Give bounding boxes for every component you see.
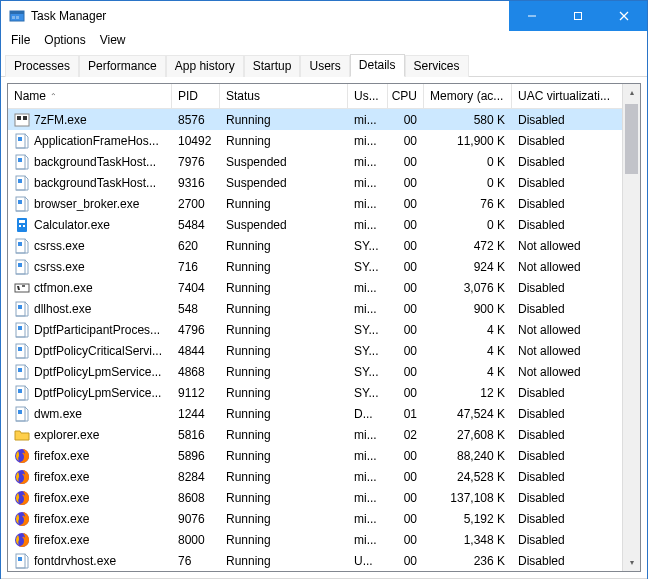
col-header-cpu[interactable]: CPU bbox=[388, 84, 424, 108]
menu-options[interactable]: Options bbox=[38, 31, 91, 49]
cell-pid: 548 bbox=[172, 298, 220, 319]
table-row[interactable]: backgroundTaskHost...7976Suspendedmi...0… bbox=[8, 151, 622, 172]
vertical-scrollbar[interactable]: ▴ ▾ bbox=[622, 84, 640, 571]
table-row[interactable]: DptfPolicyLpmService...9112RunningSY...0… bbox=[8, 382, 622, 403]
cell-cpu: 01 bbox=[388, 403, 424, 424]
menu-view[interactable]: View bbox=[94, 31, 132, 49]
cell-user: mi... bbox=[348, 172, 388, 193]
table-row[interactable]: firefox.exe8000Runningmi...001,348 KDisa… bbox=[8, 529, 622, 550]
table-row[interactable]: firefox.exe8284Runningmi...0024,528 KDis… bbox=[8, 466, 622, 487]
cell-status: Running bbox=[220, 361, 348, 382]
table-row[interactable]: csrss.exe620RunningSY...00472 KNot allow… bbox=[8, 235, 622, 256]
table-row[interactable]: Calculator.exe5484Suspendedmi...000 KDis… bbox=[8, 214, 622, 235]
process-name-label: firefox.exe bbox=[34, 491, 89, 505]
cell-status: Suspended bbox=[220, 214, 348, 235]
cell-cpu: 00 bbox=[388, 193, 424, 214]
cell-memory: 1,348 K bbox=[424, 529, 512, 550]
task-manager-window: Task Manager File Options View Processes… bbox=[0, 0, 648, 579]
cell-pid: 9076 bbox=[172, 508, 220, 529]
table-row[interactable]: ApplicationFrameHos...10492Runningmi...0… bbox=[8, 130, 622, 151]
generic-icon bbox=[14, 154, 30, 170]
table-row[interactable]: backgroundTaskHost...9316Suspendedmi...0… bbox=[8, 172, 622, 193]
cell-name: browser_broker.exe bbox=[8, 193, 172, 214]
table-row[interactable]: dwm.exe1244RunningD...0147,524 KDisabled bbox=[8, 403, 622, 424]
cell-cpu: 02 bbox=[388, 424, 424, 445]
cell-memory: 88,240 K bbox=[424, 445, 512, 466]
table-row[interactable]: browser_broker.exe2700Runningmi...0076 K… bbox=[8, 193, 622, 214]
cell-cpu: 00 bbox=[388, 214, 424, 235]
svg-rect-18 bbox=[18, 200, 22, 204]
cell-uac: Disabled bbox=[512, 151, 618, 172]
table-row[interactable]: DptfPolicyCriticalServi...4844RunningSY.… bbox=[8, 340, 622, 361]
cell-uac: Not allowed bbox=[512, 256, 618, 277]
process-name-label: dllhost.exe bbox=[34, 302, 91, 316]
table-row[interactable]: DptfParticipantProces...4796RunningSY...… bbox=[8, 319, 622, 340]
cell-status: Running bbox=[220, 487, 348, 508]
process-name-label: firefox.exe bbox=[34, 449, 89, 463]
cell-uac: Disabled bbox=[512, 487, 618, 508]
table-row[interactable]: 7zFM.exe8576Runningmi...00580 KDisabled bbox=[8, 109, 622, 130]
table-row[interactable]: fontdrvhost.exe76RunningU...00236 KDisab… bbox=[8, 550, 622, 571]
firefox-icon bbox=[14, 490, 30, 506]
table-row[interactable]: firefox.exe9076Runningmi...005,192 KDisa… bbox=[8, 508, 622, 529]
table-row[interactable]: firefox.exe8608Runningmi...00137,108 KDi… bbox=[8, 487, 622, 508]
cell-memory: 27,608 K bbox=[424, 424, 512, 445]
scroll-down-arrow-icon[interactable]: ▾ bbox=[623, 554, 640, 571]
cell-memory: 3,076 K bbox=[424, 277, 512, 298]
cell-status: Running bbox=[220, 550, 348, 571]
cell-status: Suspended bbox=[220, 151, 348, 172]
col-header-user[interactable]: Us... bbox=[348, 84, 388, 108]
cell-user: mi... bbox=[348, 277, 388, 298]
firefox-icon bbox=[14, 532, 30, 548]
cell-cpu: 00 bbox=[388, 130, 424, 151]
tab-strip: Processes Performance App history Startu… bbox=[1, 49, 647, 77]
tab-services[interactable]: Services bbox=[405, 55, 469, 77]
table-row[interactable]: DptfPolicyLpmService...4868RunningSY...0… bbox=[8, 361, 622, 382]
svg-rect-10 bbox=[23, 116, 27, 120]
cell-pid: 8608 bbox=[172, 487, 220, 508]
titlebar[interactable]: Task Manager bbox=[1, 1, 647, 31]
cell-pid: 9316 bbox=[172, 172, 220, 193]
tab-details[interactable]: Details bbox=[350, 54, 405, 77]
tab-app-history[interactable]: App history bbox=[166, 55, 244, 77]
scroll-thumb[interactable] bbox=[625, 104, 638, 174]
table-row[interactable]: explorer.exe5816Runningmi...0227,608 KDi… bbox=[8, 424, 622, 445]
col-header-name-label: Name bbox=[14, 89, 46, 103]
tab-processes[interactable]: Processes bbox=[5, 55, 79, 77]
maximize-button[interactable] bbox=[555, 1, 601, 31]
menu-file[interactable]: File bbox=[5, 31, 36, 49]
cell-uac: Disabled bbox=[512, 214, 618, 235]
minimize-button[interactable] bbox=[509, 1, 555, 31]
process-name-label: dwm.exe bbox=[34, 407, 82, 421]
close-button[interactable] bbox=[601, 1, 647, 31]
cell-name: firefox.exe bbox=[8, 466, 172, 487]
col-header-name[interactable]: Name ⌃ bbox=[8, 84, 172, 108]
scroll-up-arrow-icon[interactable]: ▴ bbox=[623, 84, 640, 101]
cell-pid: 4844 bbox=[172, 340, 220, 361]
generic-icon bbox=[14, 238, 30, 254]
cell-memory: 236 K bbox=[424, 550, 512, 571]
col-header-pid[interactable]: PID bbox=[172, 84, 220, 108]
table-row[interactable]: firefox.exe5896Runningmi...0088,240 KDis… bbox=[8, 445, 622, 466]
col-header-status[interactable]: Status bbox=[220, 84, 348, 108]
table-row[interactable]: dllhost.exe548Runningmi...00900 KDisable… bbox=[8, 298, 622, 319]
cell-status: Running bbox=[220, 403, 348, 424]
col-header-uac[interactable]: UAC virtualizati... bbox=[512, 84, 618, 108]
cell-status: Running bbox=[220, 319, 348, 340]
cell-status: Running bbox=[220, 130, 348, 151]
cell-status: Running bbox=[220, 466, 348, 487]
tab-startup[interactable]: Startup bbox=[244, 55, 301, 77]
tab-users[interactable]: Users bbox=[300, 55, 349, 77]
table-row[interactable]: ctfmon.exe7404Runningmi...003,076 KDisab… bbox=[8, 277, 622, 298]
col-header-memory[interactable]: Memory (ac... bbox=[424, 84, 512, 108]
generic-icon bbox=[14, 364, 30, 380]
tab-performance[interactable]: Performance bbox=[79, 55, 166, 77]
firefox-icon bbox=[14, 469, 30, 485]
svg-rect-37 bbox=[18, 389, 22, 393]
process-name-label: ApplicationFrameHos... bbox=[34, 134, 159, 148]
table-header: Name ⌃ PID Status Us... CPU Memory (ac..… bbox=[8, 84, 622, 109]
generic-icon bbox=[14, 133, 30, 149]
cell-uac: Not allowed bbox=[512, 340, 618, 361]
table-row[interactable]: csrss.exe716RunningSY...00924 KNot allow… bbox=[8, 256, 622, 277]
cell-status: Running bbox=[220, 109, 348, 130]
